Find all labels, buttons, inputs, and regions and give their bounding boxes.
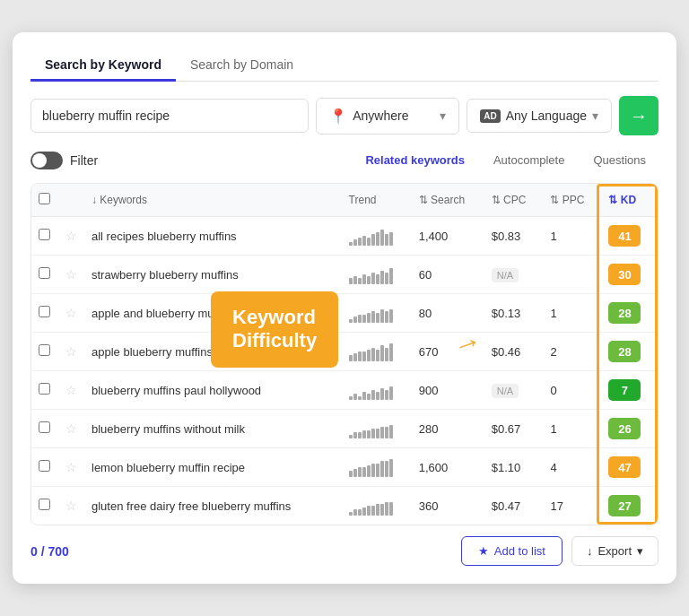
trend-cell [342, 333, 412, 371]
pin-icon: 📍 [329, 108, 347, 125]
header-cpc[interactable]: ⇅ CPC [484, 184, 544, 217]
export-label: Export [597, 544, 632, 558]
row-checkbox[interactable] [39, 499, 50, 510]
row-checkbox[interactable] [39, 383, 50, 395]
row-checkbox[interactable] [39, 421, 50, 433]
star-icon[interactable]: ☆ [65, 383, 77, 397]
language-select[interactable]: AD Any Language ▾ [467, 99, 612, 133]
star-icon[interactable]: ☆ [65, 267, 77, 282]
search-input[interactable] [31, 99, 309, 133]
table-row: ☆blueberry muffins without milk280$0.671… [31, 410, 658, 448]
row-checkbox[interactable] [39, 344, 50, 356]
tab-related-keywords[interactable]: Related keywords [353, 148, 477, 172]
table-row: ☆gluten free dairy free blueberry muffin… [31, 487, 658, 525]
add-list-star-icon: ★ [478, 544, 489, 558]
filter-row: Filter Related keywords Autocomplete Que… [31, 148, 658, 172]
kd-badge: 7 [608, 379, 641, 401]
row-checkbox[interactable] [39, 267, 50, 279]
header-kd[interactable]: ⇅ KD [601, 184, 658, 217]
trend-cell [342, 448, 412, 487]
main-card: Search by Keyword Search by Domain 📍 Any… [13, 32, 676, 584]
cpc-cell: $0.67 [484, 410, 544, 448]
star-icon[interactable]: ☆ [65, 344, 77, 359]
trend-cell [342, 217, 412, 256]
kd-badge: 28 [608, 341, 641, 362]
tab-domain[interactable]: Search by Domain [176, 50, 308, 82]
kd-badge: 27 [608, 495, 641, 516]
filter-toggle[interactable]: Filter [31, 152, 98, 169]
ppc-cell [543, 256, 601, 294]
kd-cell: 26 [601, 410, 658, 448]
cpc-cell: $1.10 [484, 448, 544, 487]
trend-cell [342, 371, 412, 410]
kd-badge: 41 [608, 225, 641, 247]
table-row: ☆lemon blueberry muffin recipe1,600$1.10… [31, 448, 658, 487]
export-chevron-icon: ▾ [637, 544, 643, 558]
star-icon[interactable]: ☆ [65, 229, 77, 243]
filter-label: Filter [70, 153, 98, 168]
toggle-switch[interactable] [31, 152, 63, 169]
table-row: ☆apple blueberry muffins670$0.46228 [31, 333, 658, 371]
star-icon[interactable]: ☆ [65, 460, 77, 474]
kd-cell: 28 [601, 333, 658, 371]
kd-badge: 26 [608, 418, 641, 439]
keyword-difficulty-tooltip: Keyword Difficulty [211, 291, 338, 368]
result-tabs: Related keywords Autocomplete Questions [353, 148, 658, 172]
ppc-cell: 1 [543, 410, 601, 448]
row-checkbox[interactable] [39, 229, 50, 240]
header-search[interactable]: ⇅ Search [412, 184, 484, 217]
keyword-cell: gluten free dairy free blueberry muffins [84, 487, 342, 525]
table-row: ☆all recipes blueberry muffins1,400$0.83… [31, 217, 658, 256]
results-table-container: Keyword Difficulty → ↓ Keywords Trend ⇅ … [31, 183, 658, 525]
trend-cell [342, 256, 412, 294]
header-ppc[interactable]: ⇅ PPC [543, 184, 601, 217]
header-trend: Trend [342, 184, 412, 217]
cpc-cell: $0.46 [484, 333, 544, 371]
tab-autocomplete[interactable]: Autocomplete [481, 148, 578, 172]
cpc-cell: N/A [484, 256, 544, 294]
ppc-cell: 0 [543, 371, 601, 410]
location-chevron-icon: ▾ [440, 108, 446, 123]
kd-cell: 47 [601, 448, 658, 487]
location-select[interactable]: 📍 Anywhere ▾ [316, 98, 459, 134]
keyword-cell: blueberry muffins without milk [84, 410, 342, 448]
select-all-checkbox[interactable] [39, 193, 50, 204]
search-volume-cell: 900 [412, 371, 484, 410]
tab-bar: Search by Keyword Search by Domain [31, 50, 658, 82]
search-volume-cell: 280 [412, 410, 484, 448]
keyword-cell: blueberry muffins paul hollywood [84, 371, 342, 410]
star-icon[interactable]: ☆ [65, 421, 77, 436]
ppc-cell: 1 [543, 217, 601, 256]
keyword-cell: strawberry blueberry muffins [84, 256, 342, 294]
cpc-cell: $0.83 [484, 217, 544, 256]
star-icon[interactable]: ☆ [65, 306, 77, 320]
language-icon: AD [480, 109, 500, 123]
tab-keyword[interactable]: Search by Keyword [31, 50, 176, 82]
export-button[interactable]: ↓ Export ▾ [571, 536, 658, 566]
row-checkbox[interactable] [39, 460, 50, 472]
table-header-row: ↓ Keywords Trend ⇅ Search ⇅ CPC ⇅ PPC ⇅ … [31, 184, 658, 217]
row-checkbox[interactable] [39, 306, 50, 317]
kd-badge: 28 [608, 302, 641, 324]
kd-cell: 27 [601, 487, 658, 525]
footer-actions: ★ Add to list ↓ Export ▾ [461, 536, 658, 566]
search-volume-cell: 60 [412, 256, 484, 294]
kd-badge: 30 [608, 264, 641, 285]
search-row: 📍 Anywhere ▾ AD Any Language ▾ → [31, 96, 658, 135]
add-to-list-label: Add to list [494, 544, 545, 558]
trend-cell [342, 487, 412, 525]
kd-cell: 7 [601, 371, 658, 410]
cpc-cell: N/A [484, 371, 544, 410]
tab-questions[interactable]: Questions [580, 148, 658, 172]
kd-badge: 47 [608, 456, 641, 478]
kd-cell: 28 [601, 294, 658, 333]
ppc-cell: 4 [543, 448, 601, 487]
search-button[interactable]: → [619, 96, 658, 135]
star-icon[interactable]: ☆ [65, 499, 77, 513]
trend-cell [342, 294, 412, 333]
add-to-list-button[interactable]: ★ Add to list [461, 536, 563, 566]
results-table: ↓ Keywords Trend ⇅ Search ⇅ CPC ⇅ PPC ⇅ … [31, 184, 658, 525]
kd-cell: 30 [601, 256, 658, 294]
cpc-cell: $0.47 [484, 487, 544, 525]
table-row: ☆strawberry blueberry muffins60N/A30 [31, 256, 658, 294]
